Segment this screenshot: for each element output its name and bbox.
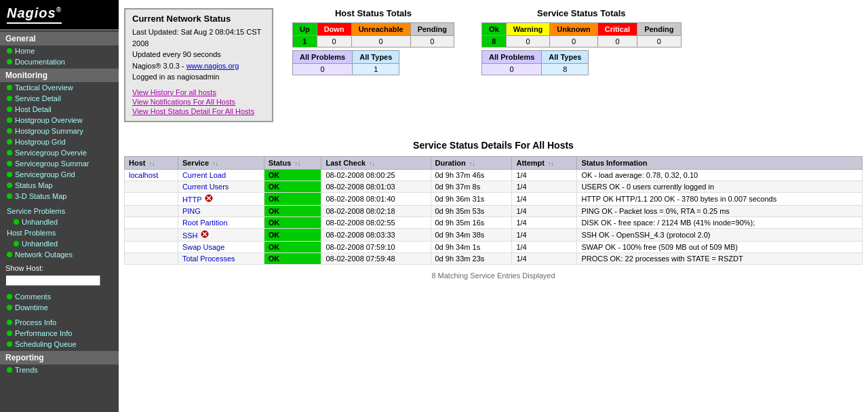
service-alltype-value[interactable]: 8 [542, 64, 589, 75]
sidebar-item-tactical-overview[interactable]: Tactical Overview [0, 82, 119, 93]
sidebar-item-service-unhandled[interactable]: Unhandled [0, 217, 119, 227]
sidebar-item-hostgroup-overview[interactable]: Hostgroup Overview [0, 115, 119, 126]
status-cell: OK [264, 228, 321, 241]
service-link[interactable]: HTTP [182, 195, 202, 204]
sidebar-item-servicegroup-overview[interactable]: Servicegroup Overvie [0, 147, 119, 158]
attempt-sort-icon[interactable]: ↑↓ [548, 160, 554, 167]
matching-entries-text: 8 Matching Service Entries Displayed [124, 271, 863, 280]
service-link[interactable]: Current Load [182, 171, 226, 179]
col-attempt: Attempt ↑↓ [512, 156, 577, 169]
service-link[interactable]: Current Users [182, 183, 229, 191]
logo-text[interactable]: Nagios® [7, 5, 62, 24]
service-unknown-value[interactable]: 0 [550, 36, 598, 48]
host-allprob-value[interactable]: 0 [293, 64, 353, 75]
service-link[interactable]: PING [182, 207, 201, 215]
performance-info-dot [7, 331, 12, 336]
service-pending-value[interactable]: 0 [637, 36, 681, 48]
documentation-link[interactable]: Documentation [15, 58, 65, 66]
service-cell: Current Users [178, 181, 264, 192]
host-cell [125, 252, 178, 264]
service-allprob-value[interactable]: 0 [482, 64, 542, 75]
service-link[interactable]: Total Processes [182, 255, 235, 263]
service-critical-header: Critical [597, 23, 637, 36]
last-updated: Last Updated: Sat Aug 2 08:04:15 CST 200… [132, 26, 265, 49]
sidebar-item-network-outages[interactable]: Network Outages [0, 249, 119, 260]
sidebar-item-servicegroup-grid[interactable]: Servicegroup Grid [0, 169, 119, 180]
servicegroup-grid-dot [7, 172, 12, 177]
host-sort-icon[interactable]: ↑↓ [149, 160, 155, 167]
network-status-box: Current Network Status Last Updated: Sat… [124, 8, 273, 122]
sidebar-item-process-info[interactable]: Process Info [0, 317, 119, 328]
sidebar-item-service-detail[interactable]: Service Detail [0, 93, 119, 104]
sidebar-item-hostgroup-summary[interactable]: Hostgroup Summary [0, 126, 119, 136]
host-down-value[interactable]: 0 [317, 36, 351, 48]
view-host-status-link[interactable]: View Host Status Detail For All Hosts [132, 107, 265, 115]
service-cell: SSH [178, 228, 264, 241]
service-critical-value[interactable]: 0 [597, 36, 637, 48]
sidebar-item-host-unhandled[interactable]: Unhandled [0, 238, 119, 249]
sidebar-item-hostgroup-grid[interactable]: Hostgroup Grid [0, 136, 119, 147]
last-check-sort-icon[interactable]: ↑↓ [369, 160, 375, 167]
info-cell: OK - load average: 0.78, 0.32, 0.10 [577, 169, 863, 181]
show-host-input[interactable] [5, 275, 100, 286]
sidebar-item-service-problems[interactable]: Service Problems [0, 206, 119, 217]
status-map-dot [7, 183, 12, 188]
sidebar-item-servicegroup-summary[interactable]: Servicegroup Summar [0, 158, 119, 169]
view-notifications-link[interactable]: View Notifications For All Hosts [132, 98, 265, 106]
attempt-cell: 1/4 [512, 205, 577, 217]
host-link[interactable]: localhost [129, 171, 158, 179]
service-warning-value[interactable]: 0 [506, 36, 550, 48]
service-ok-value[interactable]: 8 [482, 36, 507, 48]
service-allprob-header: All Problems [482, 51, 542, 64]
sidebar-item-host-problems[interactable]: Host Problems [0, 227, 119, 238]
host-alltype-header: All Types [353, 51, 399, 64]
host-up-value[interactable]: 1 [293, 36, 317, 48]
host-cell [125, 241, 178, 252]
service-details-title: Service Status Details For All Hosts [124, 140, 863, 151]
servicegroup-summary-dot [7, 161, 12, 166]
last-check-cell: 08-02-2008 08:01:03 [321, 181, 431, 192]
host-alltype-value[interactable]: 1 [353, 64, 399, 75]
sidebar-item-scheduling-queue[interactable]: Scheduling Queue [0, 339, 119, 350]
service-alltype-header: All Types [542, 51, 589, 64]
reporting-section-header: Reporting [0, 351, 119, 364]
sidebar-item-performance-info[interactable]: Performance Info [0, 328, 119, 339]
host-cell [125, 181, 178, 192]
nagios-url[interactable]: www.nagios.org [186, 62, 239, 70]
duration-sort-icon[interactable]: ↑↓ [469, 160, 475, 167]
table-row: PINGOK08-02-2008 08:02:180d 9h 35m 53s1/… [125, 205, 863, 217]
sidebar-item-status-map[interactable]: Status Map [0, 180, 119, 191]
service-notes-icon[interactable] [201, 232, 209, 240]
tactical-overview-dot [7, 85, 12, 90]
service-warning-header: Warning [506, 23, 550, 36]
sidebar-item-3d-status-map[interactable]: 3-D Status Map [0, 191, 119, 202]
host-pending-header: Pending [410, 23, 454, 36]
view-history-link[interactable]: View History For all hosts [132, 88, 265, 96]
col-status: Status ↑↓ [264, 156, 321, 169]
last-check-cell: 08-02-2008 08:02:18 [321, 205, 431, 217]
last-check-cell: 08-02-2008 08:01:40 [321, 192, 431, 205]
main-content: Current Network Status Last Updated: Sat… [119, 0, 868, 412]
service-notes-icon[interactable] [205, 196, 213, 204]
service-cell: Root Partition [178, 217, 264, 228]
home-link[interactable]: Home [15, 47, 35, 55]
service-link[interactable]: Swap Usage [182, 243, 224, 251]
service-link[interactable]: Root Partition [182, 219, 228, 227]
host-pending-value[interactable]: 0 [410, 36, 454, 48]
sidebar-item-comments[interactable]: Comments [0, 291, 119, 302]
sidebar-item-documentation[interactable]: Documentation [0, 56, 119, 67]
host-totals-table: Up Down Unreachable Pending 1 0 0 0 [292, 22, 454, 48]
service-link[interactable]: SSH [182, 231, 198, 240]
host-unreachable-value[interactable]: 0 [351, 36, 410, 48]
service-sort-icon[interactable]: ↑↓ [212, 160, 218, 167]
table-row: SSHOK08-02-2008 08:03:330d 9h 34m 38s1/4… [125, 228, 863, 241]
host-cell: localhost [125, 169, 178, 181]
sidebar-item-trends[interactable]: Trends [0, 364, 119, 375]
col-service: Service ↑↓ [178, 156, 264, 169]
sidebar-item-home[interactable]: Home [0, 45, 119, 56]
sidebar-item-downtime[interactable]: Downtime [0, 302, 119, 313]
status-sort-icon[interactable]: ↑↓ [294, 160, 300, 167]
service-totals-table: Ok Warning Unknown Critical Pending 8 0 … [481, 22, 681, 48]
status-cell: OK [264, 252, 321, 264]
sidebar-item-host-detail[interactable]: Host Detail [0, 104, 119, 115]
